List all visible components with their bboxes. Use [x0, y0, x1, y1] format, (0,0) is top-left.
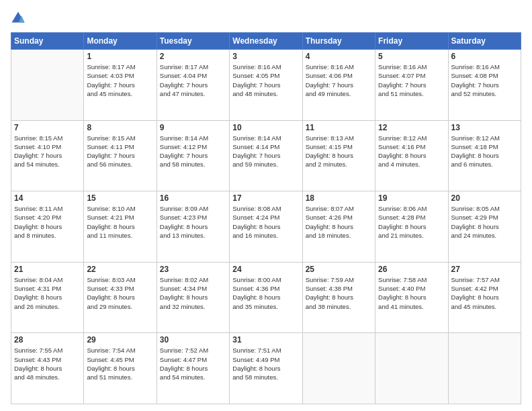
cell-info: Sunrise: 8:16 AM Sunset: 4:05 PM Dayligh…	[232, 62, 299, 98]
day-number: 3	[232, 52, 299, 61]
col-header-thursday: Thursday	[302, 33, 375, 50]
calendar-cell: 8Sunrise: 8:15 AM Sunset: 4:11 PM Daylig…	[84, 120, 157, 191]
calendar-table: SundayMondayTuesdayWednesdayThursdayFrid…	[11, 32, 521, 404]
week-row-1: 7Sunrise: 8:15 AM Sunset: 4:10 PM Daylig…	[11, 120, 521, 191]
calendar-cell: 18Sunrise: 8:07 AM Sunset: 4:26 PM Dayli…	[302, 191, 375, 263]
col-header-wednesday: Wednesday	[230, 33, 302, 50]
logo-icon	[11, 11, 26, 26]
cell-info: Sunrise: 8:15 AM Sunset: 4:10 PM Dayligh…	[14, 134, 81, 169]
cell-info: Sunrise: 7:57 AM Sunset: 4:42 PM Dayligh…	[451, 275, 518, 311]
day-number: 11	[306, 123, 372, 132]
cell-info: Sunrise: 8:14 AM Sunset: 4:12 PM Dayligh…	[160, 134, 226, 169]
cell-info: Sunrise: 8:16 AM Sunset: 4:07 PM Dayligh…	[378, 62, 445, 98]
day-number: 5	[378, 52, 445, 61]
cell-info: Sunrise: 8:16 AM Sunset: 4:08 PM Dayligh…	[451, 62, 518, 98]
day-number: 17	[232, 193, 299, 203]
cell-info: Sunrise: 7:52 AM Sunset: 4:47 PM Dayligh…	[160, 346, 226, 381]
cell-info: Sunrise: 8:12 AM Sunset: 4:18 PM Dayligh…	[451, 134, 518, 169]
calendar-cell: 1Sunrise: 8:17 AM Sunset: 4:03 PM Daylig…	[84, 50, 157, 121]
week-row-0: 1Sunrise: 8:17 AM Sunset: 4:03 PM Daylig…	[11, 50, 521, 121]
calendar-cell: 27Sunrise: 7:57 AM Sunset: 4:42 PM Dayli…	[448, 262, 521, 333]
calendar-cell	[302, 333, 375, 404]
day-number: 21	[14, 265, 81, 274]
day-number: 16	[160, 193, 226, 203]
cell-info: Sunrise: 8:17 AM Sunset: 4:03 PM Dayligh…	[87, 62, 153, 98]
calendar-cell: 10Sunrise: 8:14 AM Sunset: 4:14 PM Dayli…	[230, 120, 302, 191]
calendar-cell: 17Sunrise: 8:08 AM Sunset: 4:24 PM Dayli…	[230, 191, 302, 263]
calendar-cell: 31Sunrise: 7:51 AM Sunset: 4:49 PM Dayli…	[230, 333, 302, 404]
calendar-cell: 26Sunrise: 7:58 AM Sunset: 4:40 PM Dayli…	[375, 262, 448, 333]
day-number: 1	[87, 52, 153, 61]
calendar-cell	[375, 333, 448, 404]
day-number: 4	[306, 52, 372, 61]
calendar-cell: 15Sunrise: 8:10 AM Sunset: 4:21 PM Dayli…	[84, 191, 157, 263]
calendar-cell: 21Sunrise: 8:04 AM Sunset: 4:31 PM Dayli…	[11, 262, 84, 333]
logo	[11, 11, 28, 26]
calendar-header-row: SundayMondayTuesdayWednesdayThursdayFrid…	[11, 33, 521, 50]
calendar-cell: 6Sunrise: 8:16 AM Sunset: 4:08 PM Daylig…	[448, 50, 521, 121]
calendar-cell: 11Sunrise: 8:13 AM Sunset: 4:15 PM Dayli…	[302, 120, 375, 191]
day-number: 14	[14, 193, 81, 203]
calendar-cell	[448, 333, 521, 404]
cell-info: Sunrise: 8:16 AM Sunset: 4:06 PM Dayligh…	[306, 62, 372, 98]
cell-info: Sunrise: 8:06 AM Sunset: 4:28 PM Dayligh…	[378, 204, 445, 240]
cell-info: Sunrise: 8:15 AM Sunset: 4:11 PM Dayligh…	[87, 134, 153, 169]
day-number: 23	[160, 265, 226, 274]
cell-info: Sunrise: 7:51 AM Sunset: 4:49 PM Dayligh…	[232, 346, 299, 381]
col-header-monday: Monday	[84, 33, 157, 50]
cell-info: Sunrise: 8:04 AM Sunset: 4:31 PM Dayligh…	[14, 275, 81, 311]
day-number: 27	[451, 265, 518, 274]
day-number: 13	[451, 123, 518, 132]
calendar-cell	[11, 50, 84, 121]
day-number: 8	[87, 123, 153, 132]
day-number: 25	[306, 265, 372, 274]
col-header-saturday: Saturday	[448, 33, 521, 50]
page: SundayMondayTuesdayWednesdayThursdayFrid…	[0, 0, 532, 411]
calendar-cell: 9Sunrise: 8:14 AM Sunset: 4:12 PM Daylig…	[157, 120, 229, 191]
week-row-3: 21Sunrise: 8:04 AM Sunset: 4:31 PM Dayli…	[11, 262, 521, 333]
day-number: 29	[87, 335, 153, 345]
header	[11, 11, 521, 26]
calendar-cell: 29Sunrise: 7:54 AM Sunset: 4:45 PM Dayli…	[84, 333, 157, 404]
cell-info: Sunrise: 8:05 AM Sunset: 4:29 PM Dayligh…	[451, 204, 518, 240]
calendar-cell: 12Sunrise: 8:12 AM Sunset: 4:16 PM Dayli…	[375, 120, 448, 191]
cell-info: Sunrise: 8:03 AM Sunset: 4:33 PM Dayligh…	[87, 275, 153, 311]
calendar-cell: 30Sunrise: 7:52 AM Sunset: 4:47 PM Dayli…	[157, 333, 229, 404]
day-number: 15	[87, 193, 153, 203]
calendar-cell: 24Sunrise: 8:00 AM Sunset: 4:36 PM Dayli…	[230, 262, 302, 333]
cell-info: Sunrise: 7:55 AM Sunset: 4:43 PM Dayligh…	[14, 346, 81, 381]
week-row-2: 14Sunrise: 8:11 AM Sunset: 4:20 PM Dayli…	[11, 191, 521, 263]
day-number: 7	[14, 123, 81, 132]
day-number: 19	[378, 193, 445, 203]
day-number: 2	[160, 52, 226, 61]
day-number: 6	[451, 52, 518, 61]
cell-info: Sunrise: 7:58 AM Sunset: 4:40 PM Dayligh…	[378, 275, 445, 311]
cell-info: Sunrise: 8:11 AM Sunset: 4:20 PM Dayligh…	[14, 204, 81, 240]
calendar-cell: 28Sunrise: 7:55 AM Sunset: 4:43 PM Dayli…	[11, 333, 84, 404]
cell-info: Sunrise: 8:08 AM Sunset: 4:24 PM Dayligh…	[232, 204, 299, 240]
day-number: 28	[14, 335, 81, 345]
calendar-cell: 2Sunrise: 8:17 AM Sunset: 4:04 PM Daylig…	[157, 50, 229, 121]
calendar-cell: 16Sunrise: 8:09 AM Sunset: 4:23 PM Dayli…	[157, 191, 229, 263]
cell-info: Sunrise: 8:09 AM Sunset: 4:23 PM Dayligh…	[160, 204, 226, 240]
col-header-tuesday: Tuesday	[157, 33, 229, 50]
col-header-friday: Friday	[375, 33, 448, 50]
day-number: 10	[232, 123, 299, 132]
cell-info: Sunrise: 8:14 AM Sunset: 4:14 PM Dayligh…	[232, 134, 299, 169]
calendar-cell: 5Sunrise: 8:16 AM Sunset: 4:07 PM Daylig…	[375, 50, 448, 121]
col-header-sunday: Sunday	[11, 33, 84, 50]
calendar-cell: 3Sunrise: 8:16 AM Sunset: 4:05 PM Daylig…	[230, 50, 302, 121]
day-number: 22	[87, 265, 153, 274]
calendar-cell: 13Sunrise: 8:12 AM Sunset: 4:18 PM Dayli…	[448, 120, 521, 191]
calendar-cell: 4Sunrise: 8:16 AM Sunset: 4:06 PM Daylig…	[302, 50, 375, 121]
cell-info: Sunrise: 8:17 AM Sunset: 4:04 PM Dayligh…	[160, 62, 226, 98]
cell-info: Sunrise: 8:00 AM Sunset: 4:36 PM Dayligh…	[232, 275, 299, 311]
day-number: 12	[378, 123, 445, 132]
calendar-cell: 22Sunrise: 8:03 AM Sunset: 4:33 PM Dayli…	[84, 262, 157, 333]
cell-info: Sunrise: 7:54 AM Sunset: 4:45 PM Dayligh…	[87, 346, 153, 381]
cell-info: Sunrise: 8:12 AM Sunset: 4:16 PM Dayligh…	[378, 134, 445, 169]
calendar-cell: 25Sunrise: 7:59 AM Sunset: 4:38 PM Dayli…	[302, 262, 375, 333]
calendar-cell: 23Sunrise: 8:02 AM Sunset: 4:34 PM Dayli…	[157, 262, 229, 333]
day-number: 20	[451, 193, 518, 203]
day-number: 9	[160, 123, 226, 132]
